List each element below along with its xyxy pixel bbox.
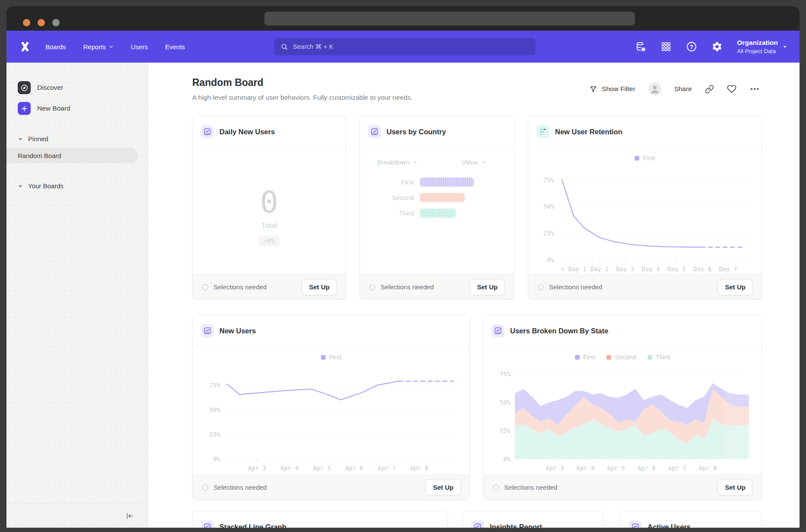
svg-text:Apr 6: Apr 6 [638,465,656,472]
line-chart-icon [201,125,214,138]
help-icon[interactable]: ? [686,41,697,52]
metric-value: 0 [260,184,278,220]
status-circle-icon [369,284,375,290]
sidebar-footer [6,504,148,528]
mixpanel-logo-icon[interactable] [19,40,32,53]
org-switcher[interactable]: Organization All Project Data [737,39,787,54]
set-up-button[interactable]: Set Up [425,479,461,496]
browser-titlebar [6,6,800,31]
sidebar-section-your-boards[interactable]: Your Boards [6,179,148,193]
svg-text:Apr 4: Apr 4 [280,465,298,472]
svg-text:Apr 7: Apr 7 [668,465,686,472]
collapse-sidebar-icon[interactable] [124,511,134,521]
more-options-icon[interactable] [749,84,760,94]
search-input[interactable]: Search ⌘ + K [274,38,536,55]
status-circle-icon [538,284,544,290]
selections-needed-status: Selections needed [202,283,267,291]
status-label: Selections needed [381,283,434,291]
nav-item-boards-label: Boards [45,43,66,51]
avatar[interactable] [648,82,661,95]
card-title: New User Retention [555,128,622,136]
legend-label: Second [615,354,636,361]
selections-needed-status: Selections needed [538,283,602,291]
svg-text:Day 7: Day 7 [719,266,737,272]
search-placeholder: Search ⌘ + K [293,43,333,51]
window-close-button[interactable] [23,19,30,26]
legend-swatch [647,355,652,360]
card-title: Stacked Line Graph [219,523,286,528]
copy-link-icon[interactable] [705,85,714,94]
bar-row: Second [360,193,514,202]
card-active-users: Active Users [620,511,762,528]
sidebar-item-discover[interactable]: Discover [6,77,148,98]
status-circle-icon [493,484,499,491]
value-dropdown[interactable]: Value [462,158,486,166]
retention-grid-icon [536,125,549,138]
svg-text:0%: 0% [503,456,511,462]
sidebar-your-boards-label: Your Boards [28,182,63,190]
svg-text:Day 4: Day 4 [642,266,660,272]
svg-text:Day 3: Day 3 [616,266,634,272]
legend-label: Third [656,354,670,361]
data-management-icon[interactable] [635,41,646,52]
legend-swatch [606,355,611,360]
svg-text:Day 6: Day 6 [693,266,711,272]
bar-label: Second [360,194,414,201]
bar-first [420,177,474,187]
window-zoom-button[interactable] [52,19,60,26]
line-chart-icon [629,520,642,528]
settings-gear-icon[interactable] [711,41,723,52]
svg-text:Day 2: Day 2 [590,266,609,272]
chart-legend: First [193,354,470,361]
sidebar-item-random-board[interactable]: Random Board [6,148,138,163]
selections-needed-status: Selections needed [202,484,267,491]
apps-grid-icon[interactable] [660,41,672,52]
nav-item-events[interactable]: Events [165,43,185,51]
address-bar[interactable] [264,12,635,25]
org-name: Organization [737,39,778,47]
card-new-users: New Users First 75%50%25%0%Apr 3Apr 4Apr… [192,315,470,500]
discover-compass-icon [18,81,31,94]
plus-icon [18,102,31,115]
nav-item-reports[interactable]: Reports [83,43,114,51]
set-up-button[interactable]: Set Up [717,279,753,295]
window-minimize-button[interactable] [38,19,45,26]
sidebar-pinned-label: Pinned [28,135,48,142]
nav-item-users[interactable]: Users [131,43,148,51]
legend-swatch [321,355,326,360]
metric-change-badge: ↑0% [259,235,279,247]
set-up-button[interactable]: Set Up [470,279,505,295]
svg-text:Apr 3: Apr 3 [248,465,266,472]
svg-text:Apr 6: Apr 6 [345,465,363,472]
set-up-button[interactable]: Set Up [301,279,337,295]
set-up-button[interactable]: Set Up [717,479,753,496]
legend-label: First [329,354,341,361]
sidebar-item-new-board[interactable]: New Board [6,98,148,119]
share-button[interactable]: Share [674,85,692,93]
retention-line-chart: 75%50%25%0%< Day 1Day 2Day 3Day 4Day 5Da… [533,165,756,274]
chevron-down-icon [18,136,23,142]
selections-needed-status: Selections needed [369,283,434,291]
bar-row: Third [360,208,514,218]
favorite-heart-icon[interactable] [727,84,736,94]
status-circle-icon [202,284,208,290]
sidebar: Discover New Board Pinned Random Board Y… [6,63,148,528]
org-scope: All Project Data [737,48,778,54]
card-title: New Users [219,327,256,335]
card-footer: Selections needed Set Up [193,475,470,500]
nav-item-events-label: Events [165,43,185,51]
legend-item-first: First [321,354,341,361]
window-controls [23,19,60,26]
svg-text:50%: 50% [209,406,220,413]
svg-text:75%: 75% [543,177,555,184]
sidebar-section-pinned[interactable]: Pinned [6,132,148,146]
svg-text:50%: 50% [543,203,555,210]
browser-window: Boards Reports Users Events Search ⌘ + K [6,6,800,528]
chart-legend: First [528,155,762,162]
nav-item-boards[interactable]: Boards [45,43,66,51]
breakdown-dropdown[interactable]: Breakdown [377,158,418,166]
card-insights-report: Insights Report [463,511,604,528]
show-filter-button[interactable]: Show Filter [589,85,635,93]
svg-text:75%: 75% [209,382,220,389]
card-footer: Selections needed Set Up [528,274,762,299]
